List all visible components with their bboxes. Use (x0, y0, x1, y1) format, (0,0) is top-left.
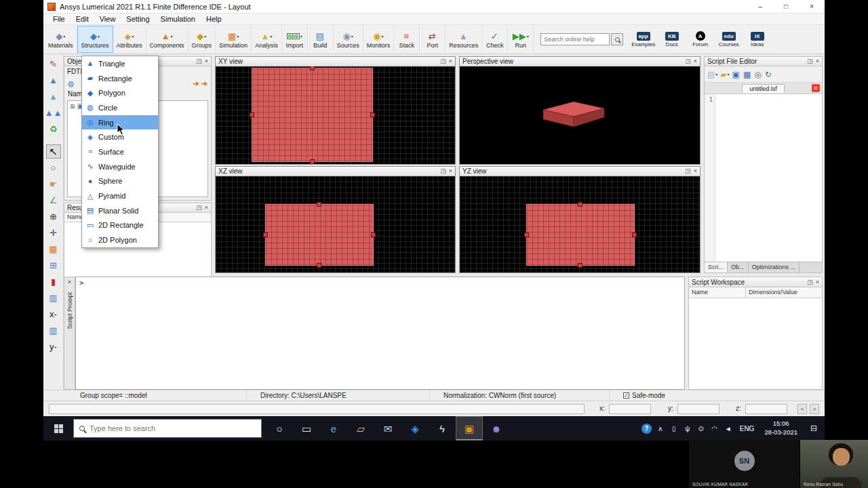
volume-icon[interactable]: ◄ (722, 416, 735, 441)
structure-rectangle[interactable] (526, 204, 635, 266)
toolbar-button[interactable]: ◆ ▾ Structures (77, 26, 113, 53)
minimize-icon[interactable]: – (747, 0, 773, 13)
toolbar-button[interactable]: ▲ Resources (446, 26, 482, 53)
edge-icon[interactable]: e (320, 416, 347, 441)
blue-triangles-icon[interactable]: ▲ (46, 73, 61, 87)
move-arrows-icon[interactable]: ✛ (46, 226, 61, 240)
chart-columns-icon[interactable]: ▥ (46, 323, 61, 338)
toolbar-button[interactable]: ▶▶ ▾ Run (508, 26, 534, 53)
y-axis-icon[interactable]: y- (46, 340, 61, 354)
battery-icon[interactable]: ▯ (667, 416, 681, 441)
resize-handle[interactable] (524, 232, 529, 237)
menubar-item[interactable]: Help (201, 15, 227, 23)
float-panel-icon[interactable]: ◳ (440, 168, 446, 174)
structures-menu-item[interactable]: ▭ 2D Rectangle (82, 218, 158, 233)
triangle-icon[interactable]: ▲ (46, 89, 61, 104)
close-panel-icon[interactable]: × (694, 168, 697, 174)
search-input[interactable] (540, 33, 610, 45)
editor-bottom-tab[interactable]: Ob... (728, 262, 749, 272)
toolbar-button[interactable]: ▲ ▾ Analysis (252, 26, 282, 53)
objects-tool-icon[interactable]: ◍ (68, 79, 75, 88)
resize-handle[interactable] (371, 232, 376, 237)
taskbar-clock[interactable]: 15:06 28-03-2021 (759, 420, 803, 437)
tree-expand-icon[interactable]: ⊞ (70, 103, 75, 110)
close-panel-icon[interactable]: × (816, 58, 819, 64)
lightning-icon[interactable]: ϟ (429, 416, 456, 441)
float-panel-icon[interactable]: ◳ (196, 58, 202, 64)
close-script-icon[interactable]: × (812, 84, 820, 92)
resize-handle[interactable] (578, 263, 583, 268)
lumerical-app-icon[interactable]: ▣ (456, 416, 483, 441)
structure-rectangle[interactable] (252, 68, 373, 162)
float-panel-icon[interactable]: ◳ (440, 58, 446, 64)
close-panel-icon[interactable]: × (694, 58, 697, 64)
float-panel-icon[interactable]: ◳ (685, 168, 691, 174)
taskbar-search[interactable] (73, 419, 262, 438)
save-all-icon[interactable]: ▦ (743, 70, 751, 79)
toolbar-button[interactable]: ⇄ Port (420, 26, 446, 53)
structures-menu-item[interactable]: ○ 2D Polygon (82, 232, 158, 247)
task-view-icon[interactable]: ▭ (293, 416, 320, 441)
toolbar-button[interactable]: ≡ Stack (394, 26, 420, 53)
start-button[interactable] (43, 416, 73, 441)
structures-menu-item[interactable]: ▤ Planar Solid (82, 203, 158, 218)
resize-handle[interactable] (263, 232, 268, 237)
ruler-icon[interactable]: ∠ (46, 193, 61, 207)
notification-center-icon[interactable]: ⊟ (803, 416, 825, 441)
structures-menu-item[interactable]: ≈ Surface (82, 144, 158, 159)
close-panel-icon[interactable]: × (449, 58, 452, 64)
menubar-item[interactable]: Edit (71, 15, 94, 23)
close-panel-icon[interactable]: × (68, 279, 71, 285)
taskbar-search-input[interactable] (90, 424, 256, 432)
toolbar-button[interactable]: ◈ ▾ Attributes (113, 26, 146, 53)
chevron-down-icon[interactable]: ▾ (527, 34, 529, 39)
structures-menu-item[interactable]: ● Sphere (82, 174, 158, 189)
x-axis-icon[interactable]: x- (46, 307, 61, 321)
close-panel-icon[interactable]: × (816, 279, 819, 285)
editor-bottom-tab[interactable]: Optimizations ... (749, 262, 800, 272)
toolbar-button[interactable]: ◉ ▾ Monitors (363, 26, 395, 53)
structures-menu-item[interactable]: ◍ Circle (82, 100, 158, 115)
viewport-xy-canvas[interactable] (216, 66, 455, 164)
chevron-down-icon[interactable]: ▾ (351, 34, 353, 39)
float-panel-icon[interactable]: ◳ (807, 58, 813, 64)
editor-bottom-tab[interactable]: Scri... (705, 262, 728, 272)
close-panel-icon[interactable]: × (205, 205, 208, 211)
pencil-icon[interactable]: ✎ (46, 57, 61, 71)
mail-icon[interactable]: ✉ (374, 416, 401, 441)
nav-forward-icon[interactable]: ➔ (193, 79, 199, 88)
chevron-down-icon[interactable]: ▾ (270, 34, 272, 39)
structure-rectangle[interactable] (265, 204, 374, 266)
select-arrow-icon[interactable]: ↖ (46, 144, 61, 159)
script-editor-content[interactable]: 1 (705, 94, 822, 262)
viewport-xz-canvas[interactable] (216, 176, 455, 272)
chevron-down-icon[interactable]: ▾ (63, 34, 65, 39)
structures-menu-item[interactable]: ▲ Triangle (82, 56, 158, 71)
toolbar-button[interactable]: ◆ ▾ Materials (45, 26, 77, 53)
help-link[interactable]: IX Ideas (744, 32, 770, 47)
resize-handle[interactable] (632, 232, 637, 237)
new-script-icon[interactable]: ▤ ▾ (707, 70, 717, 79)
prev-arrow-button[interactable]: < (797, 404, 807, 414)
float-panel-icon[interactable]: ◳ (196, 205, 202, 211)
blue-columns-icon[interactable]: ▥ (46, 291, 61, 305)
mic-icon[interactable]: ⊙ (694, 416, 708, 441)
toolbar-button[interactable]: ◉ ▾ Sources (334, 26, 363, 53)
resize-handle[interactable] (310, 159, 315, 164)
resize-handle[interactable] (310, 66, 315, 70)
triangle-array-icon[interactable]: ▲▲ (46, 106, 61, 120)
float-panel-icon[interactable]: ◳ (807, 279, 813, 285)
search-script-icon[interactable]: ◎ (754, 70, 762, 79)
usb-icon[interactable]: ψ (681, 416, 694, 441)
language-indicator[interactable]: ENG (735, 425, 760, 432)
chevron-down-icon[interactable]: ▾ (300, 34, 302, 39)
viewport-perspective-canvas[interactable] (460, 66, 700, 164)
toolbar-button[interactable]: GDS ▾ Import (282, 26, 308, 53)
magnifier-icon[interactable]: ○ (46, 161, 61, 175)
toolbar-button[interactable]: ✓ Check (482, 26, 508, 53)
next-arrow-button[interactable]: > (810, 404, 819, 414)
chevron-down-icon[interactable]: ▾ (171, 34, 173, 39)
save-script-icon[interactable]: ▣ (732, 70, 741, 79)
teams-icon[interactable]: ☻ (483, 416, 510, 441)
menubar-item[interactable]: View (94, 15, 121, 23)
